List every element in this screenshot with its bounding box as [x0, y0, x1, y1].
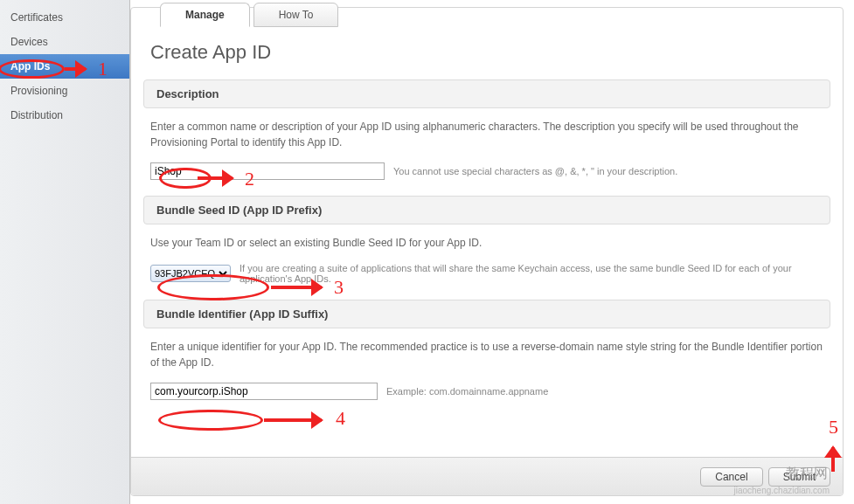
footer-bar: Cancel Submit: [131, 457, 843, 495]
description-input[interactable]: [150, 162, 385, 180]
bundle-seed-select[interactable]: 93FJB2VCEQ: [150, 265, 231, 282]
sidebar-item-provisioning[interactable]: Provisioning: [0, 79, 129, 103]
section-description-header: Description: [143, 79, 830, 108]
main-content: Manage How To Create App ID Description …: [130, 0, 854, 504]
cancel-button[interactable]: Cancel: [700, 467, 762, 487]
section-suffix-header: Bundle Identifier (App ID Suffix): [143, 300, 830, 328]
sidebar-item-distribution[interactable]: Distribution: [0, 103, 129, 128]
bundle-identifier-input[interactable]: [150, 383, 378, 400]
submit-button[interactable]: Submit: [768, 467, 830, 487]
description-help-text: Enter a common name or description of yo…: [150, 119, 823, 150]
sidebar-item-certificates[interactable]: Certificates: [0, 5, 129, 30]
sidebar-item-appids[interactable]: App IDs: [0, 54, 129, 79]
section-prefix-header: Bundle Seed ID (App ID Prefix): [143, 196, 830, 224]
tab-howto[interactable]: How To: [253, 3, 339, 27]
sidebar-item-devices[interactable]: Devices: [0, 30, 129, 54]
page-title: Create App ID: [150, 41, 843, 64]
suffix-help-text: Enter a unique identifier for your App I…: [150, 339, 823, 370]
description-hint: You cannot use special characters as @, …: [393, 166, 677, 176]
prefix-help-text: Use your Team ID or select an existing B…: [150, 235, 823, 251]
tab-manage[interactable]: Manage: [160, 3, 250, 27]
prefix-hint: If you are creating a suite of applicati…: [240, 263, 823, 284]
suffix-hint: Example: com.domainname.appname: [386, 386, 548, 397]
sidebar: Certificates Devices App IDs Provisionin…: [0, 0, 130, 504]
